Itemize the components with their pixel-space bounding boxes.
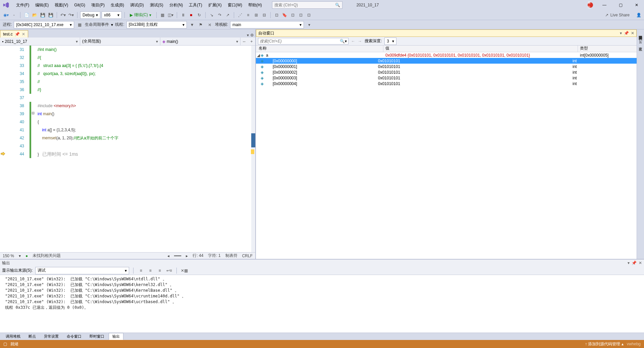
menu-project[interactable]: 项目(P) [89, 1, 107, 9]
menu-extend[interactable]: 扩展(X) [206, 1, 224, 9]
scope-class-combo[interactable]: (全局范围)▾ [80, 38, 160, 45]
step-into-icon[interactable]: ↘ [208, 12, 215, 18]
undo-icon[interactable]: ↶▾ [60, 12, 66, 18]
code-editor[interactable]: 3132333435363738394041424344 ⊟ //int mai… [0, 46, 255, 252]
nav-split-icon[interactable]: ↔ [240, 38, 248, 45]
window-pin-icon[interactable]: 📌 [624, 31, 629, 36]
thread-combo[interactable]: [0x13B8] 主线程▾ [126, 21, 187, 28]
tb-icon2[interactable]: ◫▾ [167, 12, 174, 18]
menu-analyze[interactable]: 分析(N) [167, 1, 186, 9]
out-icon3[interactable]: ≡ [156, 267, 163, 274]
close-icon[interactable]: ✕ [632, 3, 641, 7]
bottom-tab[interactable]: 调用堆栈 [2, 333, 24, 340]
out-wrap-icon[interactable]: ↩≡ [166, 267, 172, 274]
out-clear-icon[interactable]: ✕▦ [181, 267, 187, 274]
output-source-combo[interactable]: 调试▾ [35, 267, 129, 274]
bottom-tab[interactable]: 输出 [109, 333, 123, 340]
tab-gear-icon[interactable]: ⚙ [250, 33, 254, 38]
code-body[interactable]: //int main()//{// struct aaa aa[3] = { {… [36, 46, 251, 252]
window-pin-icon[interactable]: 📌 [632, 261, 637, 265]
window-menu-icon[interactable]: ▾ [620, 31, 622, 36]
menu-view[interactable]: 视图(V) [52, 1, 71, 9]
overflow-icon[interactable]: ▾ [306, 21, 313, 28]
tb-icon9[interactable]: ⊡ [298, 12, 304, 18]
bottom-tab[interactable]: 即时窗口 [86, 333, 108, 340]
new-icon[interactable]: 📄 [23, 12, 30, 18]
autos-row[interactable]: ◈ [0x00000004] 0x01010101 int [256, 81, 637, 86]
autos-row[interactable]: ◈ [0x00000003] 0x01010101 int [256, 75, 637, 81]
scope-project-combo[interactable]: ▪2021_10_17▾ [0, 38, 80, 45]
menu-debug[interactable]: 调试(D) [127, 1, 147, 9]
window-menu-icon[interactable]: ▾ [628, 261, 630, 265]
continue-button[interactable]: ▶ 继续(C) ▾ [127, 11, 154, 19]
tb-icon1[interactable]: ▦ [159, 12, 166, 18]
vtab-solution-explorer[interactable]: 解决方案资源管理器 [637, 31, 644, 34]
tb-icon4[interactable]: ≡ [245, 12, 252, 18]
zoom-level[interactable]: 150 % [3, 254, 14, 258]
tb-icon3[interactable]: ⋰ [237, 12, 244, 18]
redo-icon[interactable]: ↷▾ [68, 12, 74, 18]
hdr-type[interactable]: 类型 [578, 46, 637, 52]
autos-row[interactable]: ◈ [0x00000000] 0x01010101 int [256, 58, 637, 64]
nav-fwd-icon[interactable]: ◦ [11, 12, 17, 18]
menu-window[interactable]: 窗口(W) [225, 1, 245, 9]
vtab-git-changes[interactable]: Git 更改 [637, 38, 644, 46]
output-titlebar[interactable]: 输出 ▾📌✕ [0, 260, 644, 266]
process-combo[interactable]: [0x348C] 2021_10_17.exe▾ [14, 21, 74, 28]
file-tab-test-c[interactable]: test.c 📌 ✕ [0, 30, 28, 38]
stackframe-combo[interactable]: main▾ [230, 21, 304, 28]
tab-dropdown-icon[interactable]: ▾ [247, 33, 249, 38]
pause-icon[interactable]: ⏸ [180, 12, 186, 18]
issues-text[interactable]: 未找到相关问题 [33, 253, 61, 259]
tb-icon7[interactable]: ⊡ [273, 12, 280, 18]
hdr-value[interactable]: 值 [383, 46, 578, 52]
tb-icon6[interactable]: ⊟ [261, 12, 268, 18]
tb-icon5[interactable]: ⊞ [253, 12, 260, 18]
flag-icon[interactable]: ⚑ [198, 21, 204, 28]
global-search-input[interactable] [274, 3, 335, 7]
close-tab-icon[interactable]: ✕ [22, 32, 25, 37]
shuffle-icon[interactable]: ⤨ [206, 21, 213, 28]
out-icon1[interactable]: ≡ [138, 267, 144, 274]
platform-combo[interactable]: x86▾ [102, 11, 122, 19]
hdr-name[interactable]: 名称 [256, 46, 383, 52]
step-over-icon[interactable]: ↷ [216, 12, 223, 18]
menu-help[interactable]: 帮助(H) [246, 1, 265, 9]
menu-test[interactable]: 测试(S) [147, 1, 166, 9]
stop-icon[interactable]: ■ [188, 12, 195, 18]
save-all-icon[interactable]: 💾 [47, 12, 54, 18]
menu-edit[interactable]: 编辑(E) [33, 1, 51, 9]
open-icon[interactable]: 📂 [31, 12, 38, 18]
live-share[interactable]: ↗Live Share👤 [605, 13, 641, 17]
autos-row[interactable]: ◈ [0x00000001] 0x01010101 int [256, 64, 637, 69]
nav-fwd-icon[interactable]: → [358, 39, 362, 44]
filter-icon[interactable]: ▼ [189, 21, 196, 28]
nav-back-icon[interactable]: ◉▾ [3, 12, 9, 18]
menu-git[interactable]: Git(G) [71, 1, 88, 9]
bookmark-icon[interactable]: 🔖 [281, 12, 288, 18]
bottom-tab[interactable]: 异常设置 [40, 333, 62, 340]
bottom-tab[interactable]: 断点 [25, 333, 40, 340]
user-badge[interactable]: 崔生 [588, 2, 593, 8]
window-close-icon[interactable]: ✕ [631, 31, 634, 36]
tab-indicator[interactable]: 制表符 [225, 253, 237, 259]
scope-func-combo[interactable]: ◈main()▾ [160, 38, 240, 45]
autos-search-input[interactable] [260, 39, 340, 44]
maximize-icon[interactable]: ▢ [616, 3, 625, 7]
autos-rows[interactable]: ◢◈ a 0x009dfde4 {0x01010101, 0x01010101,… [256, 52, 637, 259]
autos-titlebar[interactable]: 自动窗口 ▾📌✕ [256, 29, 637, 37]
nav-back-icon[interactable]: ← [351, 39, 355, 44]
tb-icon8[interactable]: ⊡ [289, 12, 296, 18]
life-icon[interactable]: ▦ [76, 21, 83, 28]
output-body[interactable]: "2021_10_17.exe" (Win32): 已加载 "C:\Window… [0, 275, 644, 333]
overview-ruler[interactable] [251, 46, 255, 252]
restart-icon[interactable]: ↻ [196, 12, 203, 18]
menu-file[interactable]: 文件(F) [13, 1, 32, 9]
pin-icon[interactable]: 📌 [15, 32, 20, 37]
nav-add-icon[interactable]: + [248, 38, 255, 45]
out-icon2[interactable]: ≡ [147, 267, 154, 274]
autos-search[interactable]: 🔍▾ [258, 38, 348, 45]
add-to-source-control[interactable]: ↑ 添加到源代码管理 ▴ [585, 341, 624, 347]
tb-icon10[interactable]: ⊡ [306, 12, 312, 18]
global-search[interactable]: 🔍 [272, 1, 342, 9]
